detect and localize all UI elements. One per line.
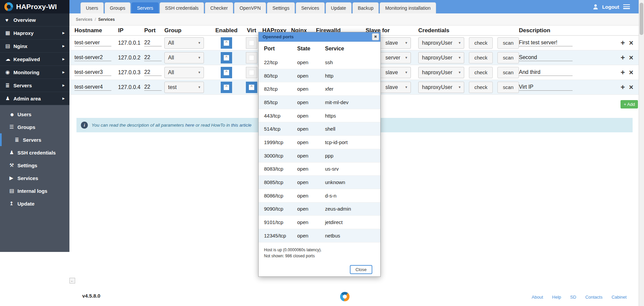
tab-users[interactable]: Users (80, 2, 104, 13)
here-link[interactable]: here (185, 123, 194, 128)
vertical-scrollbar[interactable] (639, 0, 644, 306)
add-row-icon[interactable] (621, 69, 625, 76)
collapse-sidebar-button[interactable] (69, 278, 75, 283)
group-select[interactable]: test▾ (164, 82, 204, 93)
check-button[interactable]: check (469, 37, 493, 49)
description-input[interactable]: First test server! (519, 40, 573, 46)
tab-backup[interactable]: Backup (353, 2, 379, 13)
delete-row-icon[interactable] (629, 69, 633, 76)
sidebar-item-services[interactable]: Services (0, 172, 69, 184)
virt-checkbox[interactable]: ^ (246, 67, 257, 78)
footer-link-contacts[interactable]: Contacts (585, 295, 602, 300)
sidebar-item-overview[interactable]: Overview (0, 13, 69, 27)
group-select[interactable]: All▾ (164, 67, 204, 78)
sidebar-item-label: Users (17, 112, 32, 117)
sidebar-item-haproxy[interactable]: Haproxy ▶ (0, 27, 69, 40)
tab-settings[interactable]: Settings (267, 2, 295, 13)
breadcrumb-section[interactable]: Services (76, 17, 92, 22)
scan-button[interactable]: scan (497, 37, 519, 49)
description-input[interactable]: Second (519, 54, 573, 61)
tab-openvpn[interactable]: OpenVPN (234, 2, 266, 13)
close-icon[interactable] (372, 33, 379, 40)
port-input[interactable]: 22 (144, 54, 162, 61)
close-button[interactable]: Close (350, 265, 372, 274)
add-row-icon[interactable] (621, 39, 625, 47)
logout-button[interactable]: Logout (602, 4, 619, 10)
virt-checkbox[interactable]: ^ (246, 37, 257, 49)
sidebar-item-users[interactable]: Users (0, 108, 69, 121)
scan-button[interactable]: scan (497, 52, 519, 63)
credentials-select[interactable]: haproxyUser▾ (418, 82, 464, 93)
group-select[interactable]: All▾ (164, 37, 204, 49)
dialog-titlebar[interactable]: Openned ports (259, 32, 380, 42)
delete-row-icon[interactable] (629, 84, 633, 91)
hostname-input[interactable]: test-server3 (74, 69, 111, 76)
hostname-input[interactable]: test-server2 (74, 54, 111, 61)
delete-row-icon[interactable] (629, 39, 633, 47)
footer-link-sd[interactable]: SD (570, 295, 576, 300)
sidebar-item-label: Update (17, 201, 35, 207)
sidebar-item-servers[interactable]: Servers ▶ (0, 79, 69, 92)
port-row: 80/tcpopenhttp (259, 69, 380, 83)
port-input[interactable]: 22 (144, 84, 162, 91)
footer-link-cabinet[interactable]: Cabinet (611, 295, 627, 300)
enabled-checkbox[interactable]: ^ (221, 82, 232, 93)
breadcrumb-page: Services (98, 17, 115, 22)
credentials-select[interactable]: haproxyUser▾ (418, 37, 464, 49)
virt-checkbox[interactable]: ^ (246, 52, 257, 63)
check-button[interactable]: check (469, 67, 493, 78)
footer-link-help[interactable]: Help (552, 295, 561, 300)
tab-ssh-credentials[interactable]: SSH credentials (160, 2, 204, 13)
tab-servers[interactable]: Servers (131, 2, 158, 13)
tab-monitoring-installation[interactable]: Monitoring installation (380, 2, 436, 13)
sidebar-item-nginx[interactable]: Nginx ▶ (0, 40, 69, 53)
footer-link-about[interactable]: About (532, 295, 543, 300)
tab-services[interactable]: Services (296, 2, 325, 13)
group-select[interactable]: All▾ (164, 52, 204, 63)
add-server-button[interactable]: + Add (621, 100, 638, 108)
virt-checkbox[interactable]: ^ (246, 82, 257, 93)
sidebar-item-groups[interactable]: Groups (0, 121, 69, 133)
description-input[interactable]: And third (519, 69, 573, 76)
app-logo[interactable]: HAProxy-WI (0, 0, 69, 13)
sidebar-item-ssh-credentials[interactable]: SSH credentials (0, 146, 69, 159)
chevron-down-icon: ▾ (198, 85, 200, 89)
hamburger-menu-icon[interactable] (623, 4, 630, 9)
scan-button[interactable]: scan (497, 82, 519, 93)
enabled-checkbox[interactable]: ^ (221, 67, 232, 78)
credentials-select[interactable]: haproxyUser▾ (418, 67, 464, 78)
credentials-select[interactable]: haproxyUser▾ (418, 52, 464, 63)
howto-article-link[interactable]: this article (231, 123, 252, 128)
tab-groups[interactable]: Groups (105, 2, 131, 13)
scrollbar-thumb[interactable] (640, 3, 643, 35)
delete-row-icon[interactable] (629, 54, 633, 61)
enabled-checkbox[interactable]: ^ (221, 37, 232, 49)
sidebar-item-servers-admin[interactable]: Servers (0, 133, 69, 146)
port-row: 22/tcpopenssh (259, 56, 380, 69)
sidebar-item-label: Settings (17, 163, 37, 168)
col-enabled: Enabled (212, 27, 241, 34)
tab-update[interactable]: Update (326, 2, 352, 13)
ip-value: 127.0.0.1 (118, 40, 141, 46)
add-row-icon[interactable] (621, 84, 625, 91)
hostname-input[interactable]: test-server4 (74, 84, 111, 91)
add-row-icon[interactable] (621, 54, 625, 61)
check-button[interactable]: check (469, 52, 493, 63)
chevron-down-icon: ▾ (459, 55, 461, 60)
book-icon (9, 188, 17, 194)
check-button[interactable]: check (469, 82, 493, 93)
port-input[interactable]: 22 (144, 40, 162, 46)
haproxy-wi-footer-logo-icon[interactable] (340, 292, 350, 301)
sidebar-item-monitoring[interactable]: Monitoring ▶ (0, 66, 69, 79)
enabled-checkbox[interactable]: ^ (221, 52, 232, 63)
sidebar-item-keepalived[interactable]: Keepalived ▶ (0, 53, 69, 66)
scan-button[interactable]: scan (497, 67, 519, 78)
sidebar-item-update[interactable]: Update (0, 197, 69, 210)
sidebar-item-internal-logs[interactable]: Internal logs (0, 184, 69, 197)
sidebar-item-settings[interactable]: Settings (0, 159, 69, 172)
tab-checker[interactable]: Checker (205, 2, 233, 13)
description-input[interactable]: Virt IP (519, 84, 573, 91)
port-input[interactable]: 22 (144, 69, 162, 76)
sidebar-item-admin-area[interactable]: Admin area ▶ (0, 92, 69, 105)
hostname-input[interactable]: test-server (74, 40, 111, 46)
